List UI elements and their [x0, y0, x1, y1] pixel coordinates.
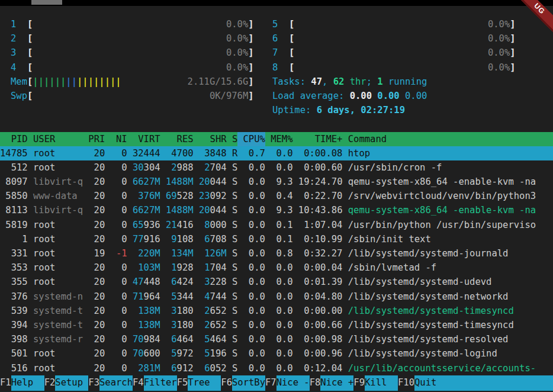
column-header-cmd[interactable]: Command [348, 132, 387, 146]
column-header-virt[interactable]: VIRT [133, 132, 160, 146]
cell-shr-lo: 044 [210, 176, 227, 187]
process-row[interactable]: 516root200281M69126052S0.00.00:12.04/usr… [0, 361, 553, 375]
cell-res-lo: 972 [177, 348, 194, 359]
process-row[interactable]: 512root2003030429882704S0.00.00:00.60/us… [0, 160, 553, 175]
fnkey-f10[interactable]: F10 [398, 375, 414, 391]
fnkey-f8-label[interactable]: Nice + [320, 375, 353, 391]
column-header-time[interactable]: TIME+ [298, 132, 343, 146]
cell-priority: 20 [88, 304, 105, 318]
terminal-tab-indicator[interactable] [31, 0, 62, 5]
process-row[interactable]: 539systemd-t200138M31802652S0.00.00:00.0… [0, 304, 553, 318]
cell-shr: 3848 [199, 146, 227, 160]
fnkey-f1-label[interactable]: Help [11, 375, 44, 391]
process-row[interactable]: 5850www-data200376M6952823092S0.00.40:22… [0, 189, 553, 203]
cell-res-hi: 1 [171, 262, 176, 273]
fnkey-f7[interactable]: F7 [265, 375, 276, 391]
column-header-pri[interactable]: PRI [88, 132, 105, 146]
cell-res: 2988 [166, 160, 194, 175]
cell-command: /usr/bin/python /usr/bin/superviso [348, 218, 536, 232]
column-header-s[interactable]: S [232, 132, 237, 146]
cell-virt-hi: 70 [133, 348, 144, 359]
cell-mem-percent: 0.8 [271, 246, 292, 261]
cell-shr-lo: 704 [210, 162, 227, 173]
process-table: 14785root2003244447003848R0.70.00:00.08h… [0, 146, 553, 375]
cell-virt: 30304 [133, 160, 160, 175]
uptime-label: Uptime: [272, 105, 317, 115]
process-row[interactable]: 8113libvirt-q2006627M1488M20044S0.09.310… [0, 203, 553, 217]
cell-user: systemd-t [33, 318, 83, 332]
cpu-meter-2-inner: 0.0% [33, 31, 248, 46]
process-row[interactable]: 1root2007791691086708S0.00.10:10.99/sbin… [0, 232, 553, 246]
column-header-pid[interactable]: PID [0, 132, 28, 146]
cell-time: 0:32.27 [298, 246, 343, 261]
cell-user: root [33, 346, 83, 361]
process-row[interactable]: 501root2007060059725196S0.00.00:00.96/li… [0, 346, 553, 361]
cell-shr-lo: 000 [210, 220, 227, 230]
process-row[interactable]: 8097libvirt-q2006627M1488M20044S0.09.319… [0, 175, 553, 189]
fnkey-f4[interactable]: F4 [133, 375, 144, 391]
column-header-user[interactable]: USER [33, 132, 83, 146]
fnkey-f6-label[interactable]: SortBy [232, 375, 265, 391]
header-line-left: Mem[||||||||||||||||2.11G/15.6G] [11, 75, 254, 89]
fnkey-f5-label[interactable]: Tree [188, 375, 221, 391]
cell-res-hi: 6 [171, 363, 176, 374]
cell-res: 6912 [166, 361, 194, 375]
cell-res: 3180 [166, 304, 194, 318]
process-row[interactable]: 5819root20065936214168000S0.00.11:07.04/… [0, 218, 553, 232]
process-row[interactable]: 331root19-1220M134M126MS0.00.80:32.27/li… [0, 246, 553, 261]
column-header-ni[interactable]: NI [111, 132, 127, 146]
cell-shr: 2704 [199, 160, 227, 175]
fnkey-f10-label[interactable]: Quit [414, 375, 553, 391]
cell-virt-hi: 77 [133, 234, 144, 245]
cell-mem-percent: 0.0 [271, 346, 292, 361]
column-header-cpu[interactable]: CPU% [237, 132, 265, 146]
cell-virt-lo: 448 [144, 277, 160, 287]
fnkey-f3[interactable]: F3 [88, 375, 99, 391]
meter-close-bracket: ] [248, 19, 253, 30]
cell-res: 4700 [166, 146, 194, 160]
cell-cpu-percent: 0.0 [243, 189, 265, 203]
fnkey-f2-label[interactable]: Setup [55, 375, 88, 391]
cell-priority: 20 [88, 189, 105, 203]
fnkey-f1[interactable]: F1 [0, 375, 11, 391]
header-line: Uptime: 6 days, 02:27:19 [0, 103, 553, 117]
fnkey-f9-label[interactable]: Kill [365, 375, 398, 391]
cell-state: S [232, 218, 237, 232]
column-header-mem[interactable]: MEM% [271, 132, 292, 146]
fnkey-f6[interactable]: F6 [221, 375, 232, 391]
fnkey-f3-label[interactable]: Search [99, 375, 133, 391]
column-header-res[interactable]: RES [166, 132, 194, 146]
fnkey-f2[interactable]: F2 [44, 375, 56, 391]
uptime-value: 6 days, 02:27:19 [317, 105, 405, 115]
process-row[interactable]: 14785root2003244447003848R0.70.00:00.08h… [0, 146, 553, 160]
process-row[interactable]: 376systemd-n2007196453444744S0.00.00:04.… [0, 290, 553, 304]
cpu-meter-1-value: 0.0% [226, 19, 248, 30]
cell-state: S [232, 246, 237, 261]
cell-shr-lo: 848 [210, 148, 227, 159]
fnkey-f4-label[interactable]: Filter [144, 375, 177, 391]
process-row[interactable]: 353root200103M19281704S0.00.00:00.04/sbi… [0, 261, 553, 275]
fnkey-f5[interactable]: F5 [177, 375, 188, 391]
meter-open-bracket: [ [289, 62, 294, 73]
fnkey-f9[interactable]: F9 [353, 375, 365, 391]
cell-virt: 220M [133, 246, 160, 261]
cell-shr-lo: 704 [210, 262, 227, 273]
cell-res-lo: 700 [177, 148, 194, 159]
header-line-left: 1[0.0%] [11, 17, 254, 31]
cell-state: S [232, 275, 237, 289]
cell-virt: 281M [133, 361, 160, 375]
process-row[interactable]: 398systemd-r2007098464645464S0.00.00:00.… [0, 332, 553, 346]
fnkey-f8[interactable]: F8 [310, 375, 321, 391]
fnkey-f7-label[interactable]: Nice - [276, 375, 310, 391]
cell-shr: 5464 [199, 332, 227, 346]
column-header-shr[interactable]: SHR [199, 132, 227, 146]
process-row[interactable]: 394systemd-t200138M31802652S0.00.00:00.6… [0, 318, 553, 332]
tasks-sep1: , [322, 76, 333, 87]
cell-command: /srv/webvirtcloud/venv/bin/python3 [348, 189, 536, 203]
cell-priority: 20 [88, 203, 105, 217]
cell-command: /lib/systemd/systemd-networkd [348, 290, 509, 304]
cell-cpu-percent: 0.0 [243, 361, 265, 375]
process-row[interactable]: 355root2004744864243228S0.00.00:01.39/li… [0, 275, 553, 289]
cell-state: S [232, 346, 237, 361]
cell-shr-lo: 052 [210, 363, 227, 374]
